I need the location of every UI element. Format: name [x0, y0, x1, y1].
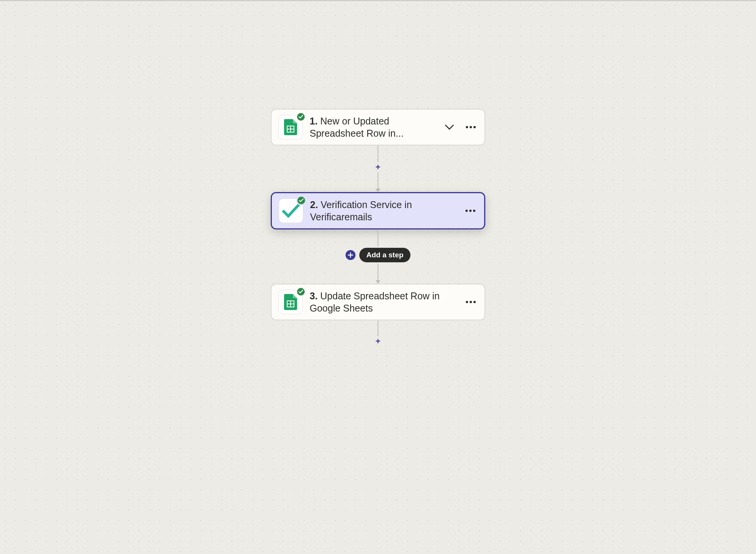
ellipsis-icon [465, 126, 476, 129]
step-card-3[interactable]: 3. Update Spreadsheet Row in Google Shee… [271, 284, 485, 320]
card-actions [464, 299, 478, 305]
step-card-2[interactable]: 2. Verification Service in Verificaremai… [271, 192, 485, 229]
step-title: Update Spreadsheet Row in Google Sheets [310, 291, 440, 313]
add-step-tooltip[interactable]: Add a step [359, 248, 410, 262]
add-step-button[interactable] [346, 250, 355, 260]
connector-line [378, 320, 378, 336]
svg-point-5 [473, 210, 475, 212]
ellipsis-icon [465, 209, 476, 212]
app-icon-wrap [278, 115, 303, 139]
more-options-button[interactable] [464, 299, 478, 305]
ellipsis-icon [465, 300, 476, 304]
svg-point-6 [466, 301, 468, 303]
svg-point-2 [473, 126, 476, 128]
card-actions [464, 208, 477, 214]
connector-line [378, 229, 378, 246]
status-ok-badge [296, 112, 306, 122]
svg-point-1 [470, 126, 472, 128]
expand-button[interactable] [443, 123, 456, 131]
more-options-button[interactable] [464, 208, 477, 214]
step-number: 2. [310, 199, 318, 210]
chevron-down-icon [445, 124, 454, 130]
more-options-button[interactable] [464, 124, 478, 130]
svg-point-0 [466, 126, 468, 128]
status-ok-badge [296, 195, 306, 205]
svg-point-8 [473, 301, 476, 303]
step-text: 1. New or Updated Spreadsheet Row in... [310, 115, 436, 139]
plus-icon [348, 252, 353, 258]
card-actions [443, 123, 478, 131]
app-icon-wrap [278, 290, 303, 314]
step-title: New or Updated Spreadsheet Row in... [310, 116, 404, 139]
step-text: 2. Verification Service in Verificaremai… [310, 199, 457, 223]
workflow-canvas[interactable]: 1. New or Updated Spreadsheet Row in... … [0, 1, 756, 554]
svg-point-3 [465, 210, 468, 212]
step-number: 3. [310, 291, 318, 301]
add-step-inline-button[interactable]: + [376, 163, 381, 171]
add-step-inline-button[interactable]: + [376, 337, 381, 346]
step-number: 1. [310, 116, 318, 126]
add-step-row: Add a step [365, 248, 430, 262]
app-icon-wrap [279, 199, 303, 223]
svg-point-7 [470, 301, 472, 303]
status-ok-badge [296, 287, 306, 297]
connector-arrow [376, 172, 380, 192]
step-card-1[interactable]: 1. New or Updated Spreadsheet Row in... [271, 109, 485, 145]
connector-arrow [376, 264, 380, 284]
svg-point-4 [469, 210, 472, 212]
step-text: 3. Update Spreadsheet Row in Google Shee… [310, 290, 457, 314]
step-title: Verification Service in Verificaremails [310, 199, 412, 222]
connector-line [378, 145, 378, 162]
workflow-flow: 1. New or Updated Spreadsheet Row in... … [271, 109, 485, 346]
